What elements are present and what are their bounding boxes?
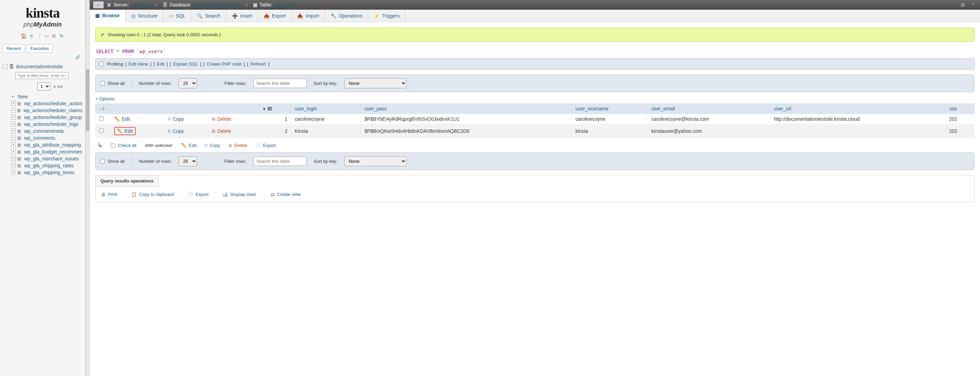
link-icon[interactable]: 🔗 bbox=[75, 55, 80, 60]
sql-icon[interactable]: ▭ bbox=[43, 33, 50, 39]
row-copy-button[interactable]: ⎘Copy bbox=[168, 129, 184, 134]
tab-insert[interactable]: ➕Insert bbox=[226, 10, 258, 22]
sort-direction-icon[interactable]: ←T→ bbox=[99, 107, 107, 111]
op-copy-clipboard-button[interactable]: 📋Copy to clipboard bbox=[131, 192, 174, 197]
expand-icon[interactable] bbox=[11, 122, 16, 127]
back-button[interactable]: ← bbox=[93, 2, 104, 8]
tab-favorites[interactable]: Favorites bbox=[27, 44, 52, 53]
collapse-icon[interactable] bbox=[3, 64, 8, 69]
expand-icon[interactable] bbox=[11, 108, 16, 113]
edit-inline-link[interactable]: Edit inline bbox=[129, 62, 148, 67]
page-select[interactable]: 1 bbox=[37, 82, 50, 90]
bulk-delete-button[interactable]: ⊖Delete bbox=[228, 143, 247, 148]
new-table-link[interactable]: New bbox=[18, 94, 28, 99]
col-user[interactable]: use bbox=[949, 106, 957, 111]
home-icon[interactable]: 🏠 bbox=[21, 33, 27, 39]
gear-icon[interactable]: ⚙ bbox=[959, 2, 967, 8]
breadcrumb-database[interactable]: documentationtestsite bbox=[194, 2, 240, 8]
expand-icon[interactable] bbox=[11, 163, 16, 168]
tree-table-row[interactable]: ▦wp_commentmeta bbox=[11, 128, 83, 135]
row-edit-button[interactable]: ✏️Edit bbox=[114, 127, 135, 135]
pager-next[interactable]: > >> bbox=[53, 84, 63, 89]
op-chart-button[interactable]: 📊Display chart bbox=[222, 192, 256, 197]
row-checkbox[interactable] bbox=[99, 129, 103, 133]
expand-icon[interactable] bbox=[11, 156, 16, 161]
tree-table-row[interactable]: ▦wp_actionscheduler_group bbox=[11, 114, 83, 121]
num-rows-select[interactable]: 25 bbox=[179, 156, 197, 166]
tree-table-row[interactable]: ▦wp_comments bbox=[11, 135, 83, 141]
table-filter-input[interactable] bbox=[15, 72, 69, 79]
tab-triggers[interactable]: ⚡Triggers bbox=[368, 10, 406, 22]
expand-icon[interactable] bbox=[11, 170, 16, 175]
col-user-login[interactable]: user_login bbox=[295, 106, 317, 111]
expand-icon[interactable] bbox=[11, 129, 16, 133]
expand-icon[interactable] bbox=[11, 101, 16, 106]
reload-icon[interactable]: ↻ bbox=[59, 33, 65, 39]
tab-sql[interactable]: ▭SQL bbox=[163, 10, 191, 22]
row-edit-button[interactable]: ✏️Edit bbox=[114, 116, 130, 122]
tree-table-row[interactable]: ▦wp_gla_budget_recommen bbox=[11, 148, 83, 155]
op-export-button[interactable]: 📄Export bbox=[188, 192, 209, 197]
collapse-panel-icon[interactable]: ⌃ bbox=[969, 2, 977, 8]
tree-table-row[interactable]: ▦wp_gla_shipping_times bbox=[11, 169, 83, 176]
filter-rows-input[interactable] bbox=[253, 157, 307, 166]
docs-icon[interactable]: ❔ bbox=[36, 33, 42, 39]
col-user-email[interactable]: user_email bbox=[651, 106, 675, 111]
sort-desc-icon[interactable]: ▼ bbox=[262, 107, 266, 111]
bulk-edit-button[interactable]: ✏️Edit bbox=[181, 143, 196, 148]
op-create-view-button[interactable]: 🗂Create view bbox=[270, 192, 301, 197]
tree-table-row[interactable]: ▦wp_actionscheduler_claims bbox=[11, 107, 83, 114]
show-all-checkbox[interactable] bbox=[100, 159, 105, 163]
col-user-url[interactable]: user_url bbox=[774, 106, 791, 111]
expand-icon[interactable] bbox=[11, 115, 16, 120]
database-icon: 🗄 bbox=[9, 64, 14, 69]
bulk-export-button[interactable]: 📄Export bbox=[255, 143, 276, 148]
filter-rows-input[interactable] bbox=[253, 79, 307, 88]
row-checkbox[interactable] bbox=[99, 116, 103, 121]
col-user-nicename[interactable]: user_nicename bbox=[576, 106, 609, 111]
tab-browse[interactable]: ▦Browse bbox=[90, 10, 126, 22]
copy-icon: ⎘ bbox=[168, 116, 171, 122]
tab-export[interactable]: 📤Export bbox=[258, 10, 291, 22]
col-user-pass[interactable]: user_pass bbox=[364, 106, 387, 111]
tree-table-row[interactable]: ▦wp_actionscheduler_logs bbox=[11, 121, 83, 128]
logout-icon[interactable]: ⎋ bbox=[28, 33, 35, 39]
sidebar-scrollbar[interactable] bbox=[86, 0, 90, 376]
row-delete-button[interactable]: ⊖Delete bbox=[212, 116, 231, 122]
profiling-checkbox[interactable] bbox=[99, 62, 103, 66]
tab-recent[interactable]: Recent bbox=[3, 44, 24, 53]
num-rows-select[interactable]: 25 bbox=[179, 78, 197, 88]
tree-table-row[interactable]: ▦wp_gla_attribute_mapping bbox=[11, 141, 83, 148]
op-print-button[interactable]: 🖨Print bbox=[101, 192, 117, 197]
breadcrumb-server[interactable]: localhost bbox=[131, 2, 150, 8]
expand-icon[interactable] bbox=[11, 143, 16, 147]
edit-link[interactable]: Edit bbox=[157, 62, 164, 67]
sort-key-select[interactable]: None bbox=[344, 156, 406, 166]
tree-table-row[interactable]: ▦wp_gla_merchant_issues bbox=[11, 155, 83, 162]
options-toggle[interactable]: + Options bbox=[95, 94, 115, 103]
refresh-link[interactable]: Refresh bbox=[251, 62, 266, 67]
expand-icon[interactable] bbox=[11, 136, 16, 140]
create-php-link[interactable]: Create PHP code bbox=[207, 62, 242, 67]
check-all-link[interactable]: Check all bbox=[118, 143, 136, 148]
col-id[interactable]: ID bbox=[267, 106, 272, 111]
explain-link[interactable]: Explain SQL bbox=[173, 62, 198, 67]
tab-import[interactable]: 📥Import bbox=[291, 10, 325, 22]
breadcrumb-table[interactable]: wp_users bbox=[274, 2, 295, 8]
expand-icon[interactable] bbox=[11, 149, 16, 154]
bulk-copy-button[interactable]: ⎘Copy bbox=[205, 143, 220, 148]
check-all-checkbox[interactable] bbox=[111, 143, 115, 148]
tree-table-row[interactable]: ▦wp_gla_shipping_rates bbox=[11, 162, 83, 169]
tab-search[interactable]: 🔍Search bbox=[191, 10, 226, 22]
tree-new-row[interactable]: ✦ New bbox=[11, 93, 83, 100]
settings-icon[interactable]: ⚙ bbox=[51, 33, 57, 39]
tree-table-row[interactable]: ▦wp_actionscheduler_action bbox=[11, 100, 83, 107]
show-all-checkbox[interactable] bbox=[100, 81, 105, 86]
row-delete-button[interactable]: ⊖Delete bbox=[212, 129, 231, 134]
sort-key-select[interactable]: None bbox=[344, 78, 406, 88]
tab-operations[interactable]: 🔧Operations bbox=[325, 10, 368, 22]
tab-structure[interactable]: ▤Structure bbox=[126, 10, 164, 22]
db-name[interactable]: documentationtestsite bbox=[16, 64, 63, 69]
row-copy-button[interactable]: ⎘Copy bbox=[168, 116, 184, 122]
tree-db-row[interactable]: 🗄 documentationtestsite bbox=[3, 63, 83, 70]
